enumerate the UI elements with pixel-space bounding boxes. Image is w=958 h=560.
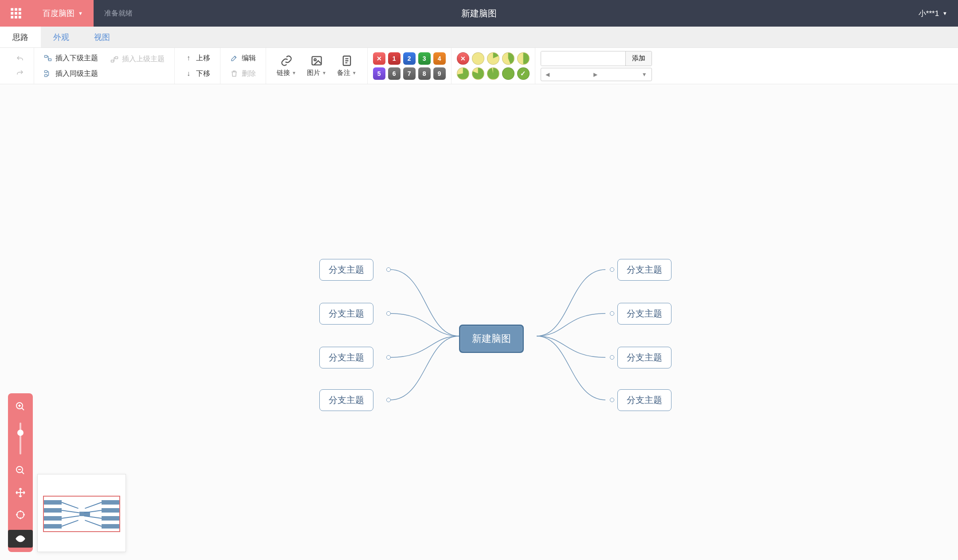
zoom-out-icon	[15, 465, 26, 476]
progress-7-button[interactable]	[502, 67, 514, 80]
resource-input[interactable]	[541, 51, 625, 66]
caret-down-icon: ▼	[352, 70, 357, 75]
svg-rect-3	[11, 12, 13, 15]
zoom-in-button[interactable]	[12, 398, 29, 415]
insert-child-button[interactable]: 插入下级主题	[39, 52, 102, 65]
priority-1-button[interactable]: 1	[388, 52, 400, 65]
note-dropdown[interactable]: 备注▼	[332, 53, 362, 79]
mindmap-canvas[interactable]: 新建脑图 分支主题 分支主题 分支主题 分支主题 分支主题 分支主题 分支主题 …	[0, 84, 958, 560]
mindmap-branch-node[interactable]: 分支主题	[617, 389, 671, 411]
parent-node-icon	[110, 55, 118, 63]
zoom-in-icon	[15, 401, 26, 412]
svg-rect-13	[115, 57, 118, 59]
priority-clear-button[interactable]: ✕	[373, 52, 385, 65]
mindmap-branch-node[interactable]: 分支主题	[617, 303, 671, 325]
redo-button[interactable]	[12, 67, 28, 79]
image-icon	[310, 55, 323, 67]
progress-done-button[interactable]	[517, 67, 530, 80]
grid-icon	[10, 7, 22, 20]
trash-icon	[230, 70, 238, 78]
progress-group	[452, 48, 535, 84]
mindmap-branch-node[interactable]: 分支主题	[617, 347, 671, 368]
priority-3-button[interactable]: 3	[418, 52, 431, 65]
mindmap-branch-node[interactable]: 分支主题	[319, 389, 373, 411]
undo-button[interactable]	[12, 53, 28, 65]
progress-3-button[interactable]	[517, 52, 530, 65]
priority-4-button[interactable]: 4	[433, 52, 446, 65]
svg-rect-6	[11, 16, 13, 19]
progress-4-button[interactable]	[457, 67, 469, 80]
app-menu-button[interactable]	[0, 0, 32, 27]
resource-add-button[interactable]: 添加	[625, 51, 652, 66]
connector-dot	[386, 267, 391, 272]
image-dropdown[interactable]: 图片▼	[302, 53, 332, 79]
brand-dropdown[interactable]: 百度脑图 ▼	[32, 0, 94, 27]
minimap-viewport[interactable]	[43, 496, 120, 532]
priority-5-button[interactable]: 5	[373, 67, 385, 80]
document-title[interactable]: 新建脑图	[461, 8, 497, 20]
zoom-slider[interactable]	[20, 423, 21, 454]
progress-5-button[interactable]	[472, 67, 484, 80]
sibling-node-icon	[44, 70, 52, 78]
delete-button[interactable]: 删除	[226, 67, 260, 80]
move-up-button[interactable]: ↑ 上移	[180, 52, 215, 65]
svg-point-16	[314, 59, 316, 61]
toggle-minimap-button[interactable]	[8, 530, 33, 548]
svg-rect-11	[45, 70, 47, 73]
pan-button[interactable]	[12, 484, 29, 501]
mindmap-branch-node[interactable]: 分支主题	[319, 347, 373, 368]
resource-dropdown[interactable]: ◀ ▶ ▼	[541, 68, 652, 81]
progress-6-button[interactable]	[487, 67, 499, 80]
mindmap-branch-node[interactable]: 分支主题	[319, 303, 373, 325]
insert-group: 插入下级主题 插入同级主题 插入上级主题	[34, 48, 175, 84]
progress-0-button[interactable]	[472, 52, 484, 65]
insert-parent-button[interactable]: 插入上级主题	[106, 53, 169, 66]
priority-9-button[interactable]: 9	[433, 67, 446, 80]
user-menu-button[interactable]: 小***1 ▼	[908, 8, 958, 19]
priority-8-button[interactable]: 8	[418, 67, 431, 80]
mindmap-center-node[interactable]: 新建脑图	[459, 325, 524, 353]
tab-appearance[interactable]: 外观	[41, 27, 82, 47]
tab-view[interactable]: 视图	[82, 27, 122, 47]
progress-2-button[interactable]	[502, 52, 514, 65]
priority-2-button[interactable]: 2	[403, 52, 416, 65]
locate-button[interactable]	[12, 506, 29, 524]
svg-rect-0	[11, 8, 13, 11]
svg-rect-9	[45, 55, 47, 58]
connector-dot	[610, 355, 614, 360]
priority-6-button[interactable]: 6	[388, 67, 400, 80]
svg-rect-5	[19, 12, 21, 15]
app-header: 百度脑图 ▼ 准备就绪 新建脑图 小***1 ▼	[0, 0, 958, 27]
mindmap-branch-node[interactable]: 分支主题	[617, 259, 671, 281]
slider-thumb[interactable]	[17, 430, 24, 436]
ribbon-tabs: 思路 外观 视图	[0, 27, 958, 48]
svg-rect-10	[49, 59, 51, 61]
svg-rect-15	[312, 57, 321, 65]
resource-group: 添加 ◀ ▶ ▼	[535, 48, 657, 84]
progress-clear-button[interactable]	[457, 52, 469, 65]
link-dropdown[interactable]: 链接▼	[271, 53, 302, 79]
pencil-icon	[230, 54, 238, 62]
priority-7-button[interactable]: 7	[403, 67, 416, 80]
user-name: 小***1	[919, 8, 939, 19]
target-icon	[15, 509, 26, 520]
status-text: 准备就绪	[94, 9, 133, 18]
mindmap-branch-node[interactable]: 分支主题	[319, 259, 373, 281]
note-icon	[341, 55, 353, 67]
history-group	[6, 48, 34, 84]
minimap[interactable]	[37, 474, 126, 552]
connector-dot	[610, 398, 614, 402]
connector-dot	[386, 398, 391, 402]
caret-down-icon: ▼	[642, 71, 647, 78]
arrange-group: ↑ 上移 ↓ 下移	[175, 48, 220, 84]
edit-button[interactable]: 编辑	[226, 52, 260, 65]
move-down-button[interactable]: ↓ 下移	[180, 67, 215, 80]
edit-group: 编辑 删除	[220, 48, 266, 84]
zoom-out-button[interactable]	[12, 462, 29, 479]
progress-1-button[interactable]	[487, 52, 499, 65]
insert-sibling-button[interactable]: 插入同级主题	[39, 67, 102, 80]
caret-down-icon: ▼	[322, 70, 326, 75]
svg-rect-12	[45, 74, 47, 77]
tab-idea[interactable]: 思路	[0, 27, 41, 47]
arrow-down-icon: ↓	[185, 70, 192, 78]
